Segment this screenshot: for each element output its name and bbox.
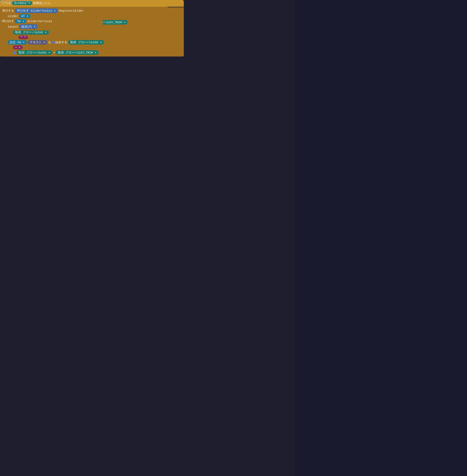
block-canvas: グローバル変数 CH1 を次の値で初期化 1500 グローバル変数 CH2 を次… xyxy=(0,0,295,476)
bluetooth-id: Bluetooth 2347261 xyxy=(0,0,30,3)
screen-init-action: 実行する 呼び出す SliderTools1 ▾ RegisterSlider … xyxy=(0,7,103,31)
